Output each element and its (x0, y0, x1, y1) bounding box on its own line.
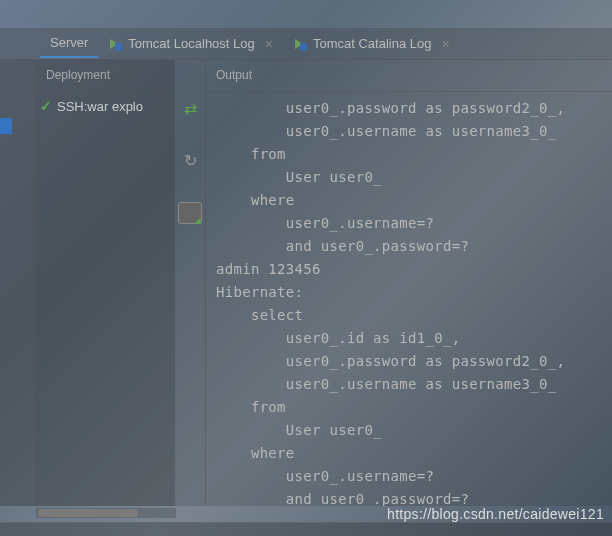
bottom-bar (0, 522, 612, 536)
close-icon[interactable]: × (441, 36, 449, 52)
open-browser-button[interactable] (178, 202, 202, 224)
tab-tomcat-localhost[interactable]: Tomcat Localhost Log × (98, 30, 283, 58)
deployment-item-label: SSH:war explo (57, 99, 143, 114)
deployment-panel: Deployment ✓ SSH:war explo ⇄ (36, 60, 206, 506)
output-panel: Output user0_.password as password2_0_, … (206, 60, 612, 506)
deployment-list: Deployment ✓ SSH:war explo (36, 60, 175, 506)
close-icon[interactable]: × (265, 36, 273, 52)
check-icon: ✓ (40, 98, 52, 114)
active-indicator (0, 118, 12, 134)
main-area: Deployment ✓ SSH:war explo ⇄ Output user… (0, 60, 612, 506)
run-icon (293, 37, 307, 51)
deployment-item[interactable]: ✓ SSH:war explo (36, 92, 175, 120)
deploy-button[interactable]: ⇄ (180, 98, 200, 118)
deployment-toolbar: ⇄ (175, 60, 205, 506)
output-content[interactable]: user0_.password as password2_0_, user0_.… (206, 92, 612, 506)
refresh-button[interactable] (180, 150, 200, 170)
deployment-header: Deployment (36, 60, 175, 92)
top-spacer (0, 0, 612, 28)
run-icon (108, 37, 122, 51)
tabs-row: Server Tomcat Localhost Log × Tomcat Cat… (0, 28, 612, 60)
scrollbar-thumb[interactable] (38, 509, 138, 517)
tab-server-label: Server (50, 35, 88, 50)
output-header: Output (206, 60, 612, 92)
tab-server[interactable]: Server (40, 29, 98, 58)
watermark: https://blog.csdn.net/caidewei121 (387, 506, 604, 522)
deployment-scrollbar[interactable] (36, 508, 176, 518)
tab-tomcat-catalina[interactable]: Tomcat Catalina Log × (283, 30, 460, 58)
tab-localhost-label: Tomcat Localhost Log (128, 36, 254, 51)
tab-catalina-label: Tomcat Catalina Log (313, 36, 432, 51)
left-gutter (0, 60, 36, 506)
